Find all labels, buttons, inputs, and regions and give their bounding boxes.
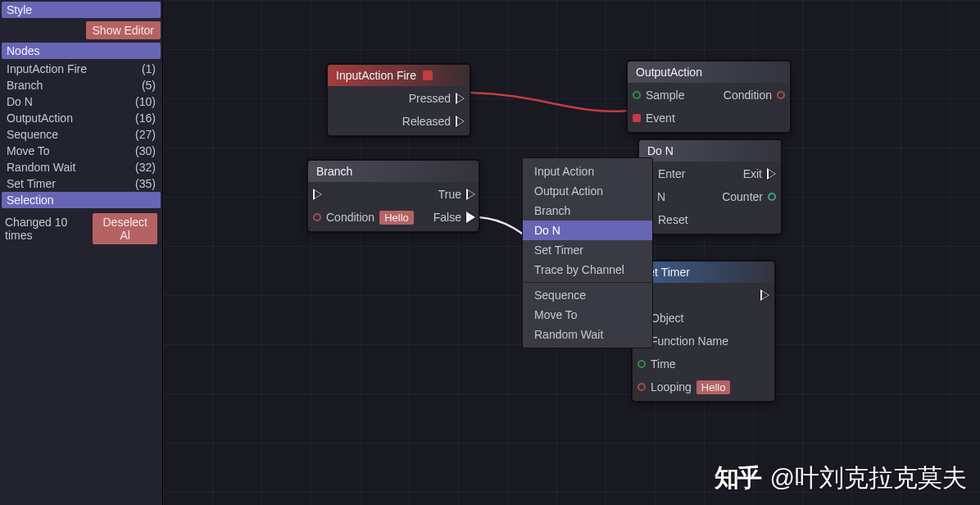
node-list-item[interactable]: Sequence(27)	[3, 126, 159, 143]
pin-time[interactable]: Time	[637, 355, 730, 373]
node-header[interactable]: Branch	[308, 161, 479, 182]
data-pin-icon	[633, 91, 641, 99]
pin-label: Condition	[326, 211, 374, 224]
node-list-item-count: (10)	[135, 95, 156, 108]
show-editor-button[interactable]: Show Editor	[86, 21, 161, 39]
data-pin-icon	[637, 360, 646, 368]
node-list-item-name: Random Wait	[7, 161, 75, 174]
pin-default-value[interactable]: Hello	[696, 380, 731, 394]
context-menu-item[interactable]: Branch	[523, 201, 652, 221]
context-menu-item[interactable]: Trace by Channel	[523, 260, 652, 280]
node-list-item[interactable]: Set Timer(35)	[3, 175, 159, 192]
node-output-action[interactable]: OutputAction Sample Event Condition	[627, 61, 791, 133]
node-list-item-count: (16)	[135, 111, 156, 125]
pin-label: Reset	[658, 213, 688, 226]
node-list-item[interactable]: Move To(30)	[3, 143, 159, 159]
pin-default-value[interactable]: Hello	[379, 211, 414, 225]
sidebar-section-nodes: Nodes	[2, 43, 161, 59]
node-list-item-count: (35)	[135, 177, 156, 190]
node-list-item[interactable]: Do N(10)	[3, 93, 159, 110]
node-list-item-count: (30)	[135, 144, 156, 157]
context-menu-item[interactable]: Input Action	[523, 162, 652, 181]
pin-pressed[interactable]: Pressed	[409, 89, 465, 107]
exec-pin-icon	[456, 116, 465, 127]
node-list-item[interactable]: Random Wait(32)	[3, 159, 159, 175]
sidebar: Style Show Editor Nodes InputAction Fire…	[0, 0, 163, 505]
pin-exec-out[interactable]	[760, 286, 769, 304]
pin-exit[interactable]: Exit	[743, 165, 776, 183]
pin-false[interactable]: False	[433, 208, 475, 226]
context-menu-item[interactable]: Set Timer	[523, 240, 652, 260]
watermark-user: @叶刘克拉克莫夫	[770, 462, 967, 495]
node-list-item-name: Sequence	[7, 128, 58, 141]
pin-label: N	[657, 190, 665, 203]
node-list-item-count: (27)	[135, 128, 156, 141]
sidebar-section-style: Style	[2, 2, 161, 18]
exec-pin-icon	[313, 189, 322, 200]
pin-label: Counter	[722, 190, 763, 203]
exec-pin-icon	[466, 212, 475, 223]
context-menu-item[interactable]: Random Wait	[523, 325, 652, 344]
pin-condition[interactable]: Condition	[724, 86, 785, 104]
node-set-timer[interactable]: Set Timer Object Function Name Time	[632, 261, 775, 402]
watermark: 知乎 @叶刘克拉克莫夫	[715, 462, 967, 495]
pin-label: Event	[646, 111, 675, 125]
node-list: InputAction Fire(1)Branch(5)Do N(10)Outp…	[2, 61, 161, 192]
node-input-action-fire[interactable]: InputAction Fire Pressed Released	[327, 64, 470, 136]
node-list-item-count: (32)	[135, 161, 156, 174]
event-chip-icon	[423, 71, 433, 80]
node-list-item-name: Set Timer	[7, 177, 56, 190]
node-list-item-name: InputAction Fire	[7, 62, 87, 75]
pin-label: False	[433, 211, 461, 224]
pin-label: Object	[651, 312, 683, 325]
node-list-item[interactable]: Branch(5)	[3, 77, 159, 93]
context-menu-item[interactable]: Move To	[523, 305, 652, 325]
node-title: Do N	[647, 144, 674, 157]
context-menu-separator	[523, 282, 652, 283]
sidebar-section-selection: Selection	[2, 192, 161, 208]
pin-label: Condition	[724, 89, 772, 102]
pin-looping[interactable]: Looping Hello	[637, 378, 730, 396]
data-pin-icon	[777, 91, 785, 99]
pin-released[interactable]: Released	[402, 112, 465, 130]
event-pin-icon	[633, 114, 641, 122]
context-menu-item[interactable]: Sequence	[523, 285, 652, 305]
node-list-item-count: (1)	[142, 62, 156, 75]
node-branch[interactable]: Branch Condition Hello True	[307, 160, 479, 232]
node-title: InputAction Fire	[336, 69, 416, 82]
exec-pin-icon	[466, 189, 475, 200]
node-header[interactable]: Set Timer	[633, 262, 774, 283]
node-list-item[interactable]: InputAction Fire(1)	[3, 61, 159, 77]
pin-exec-in[interactable]	[313, 185, 414, 203]
data-pin-icon	[637, 383, 646, 391]
node-title: OutputAction	[636, 66, 702, 79]
node-list-item-name: Move To	[7, 144, 50, 157]
context-menu-item[interactable]: Output Action	[523, 181, 652, 201]
deselect-all-button[interactable]: Deselect Al	[93, 213, 157, 244]
pin-event[interactable]: Event	[633, 109, 684, 127]
node-header[interactable]: Do N	[639, 140, 781, 162]
pin-counter[interactable]: Counter	[722, 188, 776, 206]
node-list-item-name: Do N	[7, 95, 33, 108]
pin-label: Time	[651, 357, 676, 371]
pin-label: Looping	[651, 380, 692, 394]
context-menu-item[interactable]: Do N	[523, 221, 652, 240]
zhihu-logo: 知乎	[715, 462, 760, 495]
pin-sample[interactable]: Sample	[633, 86, 684, 104]
node-title: Branch	[316, 165, 352, 178]
data-pin-icon	[768, 193, 776, 201]
graph-canvas[interactable]: InputAction Fire Pressed Released Output…	[163, 0, 980, 505]
node-list-item-name: Branch	[7, 79, 43, 92]
pin-label: Exit	[743, 167, 762, 180]
pin-true[interactable]: True	[438, 185, 475, 203]
node-list-item[interactable]: OutputAction(16)	[3, 110, 159, 126]
node-context-menu[interactable]: Input ActionOutput ActionBranchDo NSet T…	[522, 157, 653, 348]
pin-condition[interactable]: Condition Hello	[313, 208, 414, 226]
node-list-item-count: (5)	[142, 79, 156, 92]
pin-label: True	[438, 188, 461, 201]
node-do-n[interactable]: Do N Enter N Reset Exi	[638, 139, 782, 234]
node-header[interactable]: OutputAction	[628, 61, 790, 83]
pin-label: Pressed	[409, 92, 451, 105]
node-header[interactable]: InputAction Fire	[328, 65, 470, 86]
exec-pin-icon	[767, 168, 776, 180]
